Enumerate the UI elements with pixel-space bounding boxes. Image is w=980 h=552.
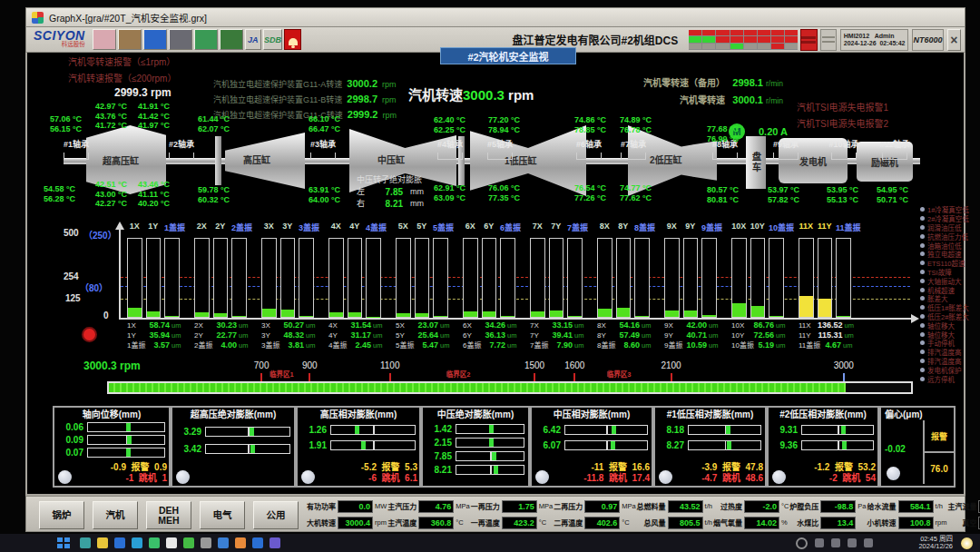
alarm-cell[interactable] <box>702 44 715 50</box>
alarm-cell[interactable] <box>771 36 784 43</box>
nav-button[interactable]: 汽机 <box>93 501 138 529</box>
vibration-bar-y <box>348 238 363 318</box>
alarm-cell[interactable] <box>730 36 743 43</box>
search-icon[interactable] <box>796 537 808 549</box>
status-indicator <box>58 470 72 484</box>
lp1-rel-expansion-panel: #1低压相对膨胀(mm) 8.188.27 -3.9 报警 47.8 -4.7 … <box>653 406 767 488</box>
alarm-cell[interactable] <box>716 30 729 36</box>
alarm-cell[interactable] <box>744 36 757 43</box>
vibration-values-group: 6X34.26um 6Y36.13um 6盖振7.72um <box>463 320 519 350</box>
alarm-cell[interactable] <box>702 36 715 43</box>
keyboard-icon[interactable] <box>864 538 873 547</box>
alarm-cell[interactable] <box>702 30 715 36</box>
bearing-temp-block: 62.40 °C 62.25 °C <box>434 115 466 134</box>
nav-button[interactable]: 公用 <box>253 501 299 529</box>
bearing-temp-block: 74.77 °C 77.62 °C <box>620 183 652 202</box>
vibration-bar-cover <box>164 238 180 318</box>
close-icon[interactable]: × <box>947 29 962 51</box>
alarm-dot-icon <box>920 270 925 274</box>
status-indicator <box>535 470 549 484</box>
alarm-cell[interactable] <box>758 44 770 50</box>
taskb­ar-app-icon[interactable] <box>97 537 108 548</box>
vibration-bar-group <box>261 238 318 318</box>
tray-icon[interactable] <box>815 538 824 547</box>
alarm-cell[interactable] <box>689 36 701 43</box>
sdb-tool-icon[interactable]: SDB <box>263 29 282 50</box>
unit-alarm-button[interactable] <box>800 29 817 51</box>
y-tick-500: 500 <box>64 228 79 238</box>
alarm-cell[interactable] <box>785 44 798 50</box>
alarm-cell[interactable] <box>689 30 701 36</box>
alarm-cell[interactable] <box>744 44 757 50</box>
taskb­ar-app-icon[interactable] <box>270 537 280 548</box>
bearing-temp-block: 54.95 °C 50.71 °C <box>877 185 908 204</box>
brightness-icon[interactable] <box>961 537 973 549</box>
alarm-cell[interactable] <box>758 36 770 43</box>
alarm-cell[interactable] <box>771 44 784 50</box>
taskb­ar-app-icon[interactable] <box>183 537 194 548</box>
network-icon[interactable] <box>848 538 857 547</box>
bearing-temp-block: 61.44 °C 62.07 °C <box>198 114 230 133</box>
plant-title: 盘江普定发电有限公司#2机组DCS <box>512 32 678 47</box>
vibration-bar-x <box>530 238 545 318</box>
taskb­ar-app-icon[interactable] <box>201 537 211 548</box>
y-tick-125: 125 <box>65 293 81 303</box>
vibration-bar-cover <box>500 238 515 318</box>
alarm-dot-icon <box>920 350 925 354</box>
mode-box[interactable] <box>820 29 837 51</box>
critical-zone-label: 临界区3 <box>607 369 632 379</box>
metric-value: -2.0 <box>744 500 779 513</box>
gauge-bar <box>330 425 416 435</box>
gauge-bar <box>564 440 648 450</box>
alarm-cell[interactable] <box>716 44 729 50</box>
alarm-dot-icon <box>920 243 925 248</box>
metric-value: 584.1 <box>898 500 934 513</box>
alarm-cell[interactable] <box>771 30 784 36</box>
metric-column: 一再压力 1.75 MPa 一再温度 423.2 °C <box>470 499 553 529</box>
alarm-cell[interactable] <box>744 30 757 36</box>
taskb­ar-app-icon[interactable] <box>218 537 229 548</box>
lp2-rel-expansion-panel: #2低压相对膨胀(mm) 9.319.36 -1.2 报警 53.2 -2 跳机… <box>767 406 879 488</box>
bearing-temp-block: 66.10 °C 66.47 °C <box>309 114 340 133</box>
alarm-cell[interactable] <box>716 36 729 43</box>
vibration-bar-x <box>396 238 411 318</box>
alarm-cell[interactable] <box>785 36 798 43</box>
taskb­ar-app-icon[interactable] <box>149 537 160 548</box>
gauge-bar <box>564 425 648 435</box>
alarm-cell[interactable] <box>730 30 743 36</box>
nav-button[interactable]: DEH MEH <box>146 501 191 529</box>
alarm-cell[interactable] <box>730 44 743 50</box>
bearing-temp-block: 53.97 °C 57.82 °C <box>768 185 799 204</box>
speaker-icon[interactable] <box>831 538 840 547</box>
start-button-icon[interactable] <box>56 537 71 549</box>
overspeed-protection-list: 汽机独立电超速保护装置G11-A转速 3000.2 rpm 汽机独立电超速保护装… <box>213 76 397 123</box>
taskb­ar-app-icon[interactable] <box>114 537 125 548</box>
bearing-label: #7轴承 <box>613 134 653 160</box>
alarm-dot-icon <box>920 296 925 301</box>
alarm-dot-icon <box>920 279 925 283</box>
status-indicator <box>887 467 900 480</box>
vibration-group-labels: 11X 11Y 11盖振 <box>799 222 855 233</box>
alarm-cell[interactable] <box>785 30 798 36</box>
taskb­ar-app-icon[interactable] <box>252 537 263 548</box>
vibration-values-group: 7X33.15um 7Y39.41um 7盖振7.90um <box>530 320 586 350</box>
vibration-bar-labels: 1X 1Y 1盖振 2X 2Y 2盖振 3X 3Y 3盖振 4X 4Y 4盖振 … <box>127 222 866 233</box>
alarm-bell-icon[interactable] <box>284 29 302 50</box>
metric-value: 423.2 <box>502 517 537 529</box>
taskb­ar-app-icon[interactable] <box>166 537 177 548</box>
taskb­ar-app-icon[interactable] <box>235 537 246 548</box>
taskb­ar-app-icon[interactable] <box>132 537 142 548</box>
ja-tool-icon[interactable]: JA <box>245 29 261 50</box>
alarm-cell[interactable] <box>689 44 701 50</box>
hp-label: 高压缸 <box>243 153 270 166</box>
taskb­ar-app-icon[interactable] <box>80 537 91 548</box>
gauge-bar <box>330 440 416 450</box>
alarm-cell[interactable] <box>758 30 770 36</box>
nav-button[interactable]: 锅炉 <box>39 501 84 529</box>
nav-button[interactable]: 电气 <box>200 501 245 529</box>
alarm-indicator-dot <box>82 327 97 342</box>
vibration-values-group: 10X86.76um 10Y72.56um 10盖振5.19um <box>731 320 788 350</box>
taskbar-clock[interactable]: 02:45 周四 2024/12/26 <box>918 536 953 551</box>
metric-column: 给水流量 584.1 t/h 小机转速 100.8 rpm <box>867 499 947 529</box>
vibration-bar-y <box>280 238 296 318</box>
